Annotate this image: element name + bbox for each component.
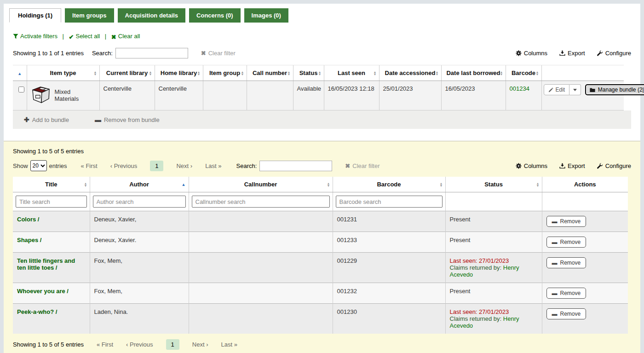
manage-bundle-button[interactable]: Manage bundle (2|3) <box>585 84 644 95</box>
column-header-current-library[interactable]: Current library▲▼ <box>99 65 155 81</box>
column-header-status[interactable]: Status▲▼ <box>445 177 542 192</box>
columns-button[interactable]: Columns <box>516 50 547 57</box>
column-header-actions: Actions <box>542 177 628 192</box>
tab-concerns[interactable]: Concerns (0) <box>189 8 240 23</box>
actions-cell: ▬Remove <box>542 304 628 334</box>
author-filter-cell <box>90 192 189 211</box>
last-page-button[interactable]: Last » <box>221 341 237 348</box>
column-header-item-type[interactable]: Item type▲▼ <box>27 65 99 81</box>
row-checkbox[interactable] <box>18 87 24 93</box>
column-header-status[interactable]: Status▲▼ <box>293 65 324 81</box>
author-search-input[interactable] <box>93 196 186 208</box>
export-button[interactable]: Export <box>559 50 585 57</box>
column-header-title[interactable]: Title▲▼ <box>13 177 90 192</box>
holdings-search-input[interactable] <box>115 48 188 58</box>
column-header-barcode[interactable]: Barcode▲▼ <box>506 65 541 81</box>
columns-button[interactable]: Columns <box>516 162 547 169</box>
edit-dropdown-button[interactable] <box>569 84 581 95</box>
tab-images[interactable]: Images (0) <box>244 8 288 23</box>
configure-button[interactable]: Configure <box>597 50 631 57</box>
remove-button[interactable]: ▬Remove <box>546 216 586 227</box>
remove-from-bundle-button[interactable]: ▬Remove from bundle <box>95 116 160 123</box>
remove-button[interactable]: ▬Remove <box>546 308 586 319</box>
column-header-home-library[interactable]: Home library▲▼ <box>155 65 203 81</box>
actions-cell: ▬Remove <box>542 232 628 253</box>
separator: | <box>105 33 106 40</box>
sort-icon: ▲▼ <box>318 71 322 75</box>
tab-acquisition-details[interactable]: Acquisition details <box>118 8 186 23</box>
column-header-item-group[interactable]: Item group▲▼ <box>203 65 247 81</box>
bundle-clear-filter[interactable]: ✖Clear filter <box>345 162 380 169</box>
bundle-search-input[interactable] <box>259 161 332 171</box>
next-page-button[interactable]: Next › <box>176 162 192 169</box>
holdings-controls: Showing 1 to 1 of 1 entries Search: ✖Cle… <box>4 41 640 64</box>
title-link[interactable]: Whoever you are / <box>17 288 69 295</box>
barcode-filter-cell <box>333 192 445 211</box>
add-to-bundle-button[interactable]: ✚Add to bundle <box>24 116 69 123</box>
title-link[interactable]: Peek-a-who? / <box>17 308 57 315</box>
author-cell: Deneux, Xavier. <box>90 232 189 253</box>
page-size-select[interactable]: 20 <box>30 160 47 171</box>
minus-icon: ▬ <box>552 260 558 266</box>
clear-all-link[interactable]: ✖Clear all <box>111 33 140 40</box>
activate-filters-link[interactable]: Activate filters <box>13 33 58 40</box>
content-panel: Holdings (1) Item groups Acquisition det… <box>4 4 640 353</box>
bundle-panel: Showing 1 to 5 of 5 entries Show 20 entr… <box>4 141 640 353</box>
sort-icon: ▲▼ <box>536 182 540 187</box>
holdings-clear-filter[interactable]: ✖Clear filter <box>201 50 236 57</box>
actions-cell: ▬Remove <box>542 253 628 283</box>
callnumber-cell <box>189 283 333 304</box>
column-header-call-number[interactable]: Call number▲▼ <box>247 65 293 81</box>
barcode-search-input[interactable] <box>336 196 443 208</box>
check-icon: ✔ <box>69 34 74 41</box>
holdings-table: ▲ Item type▲▼ Current library▲▼ Home lib… <box>13 65 624 110</box>
tab-holdings[interactable]: Holdings (1) <box>9 8 61 23</box>
remove-button[interactable]: ▬Remove <box>546 237 586 248</box>
next-page-button[interactable]: Next › <box>192 341 208 348</box>
select-column-header[interactable]: ▲ <box>13 65 27 81</box>
column-header-callnumber[interactable]: Callnumber▲▼ <box>189 177 333 192</box>
barcode-link[interactable]: 001234 <box>510 85 529 92</box>
title-filter-cell <box>13 192 90 211</box>
callnumber-search-input[interactable] <box>192 196 330 208</box>
remove-button[interactable]: ▬Remove <box>546 257 586 268</box>
first-page-button[interactable]: « First <box>97 341 113 348</box>
select-all-link[interactable]: ✔Select all <box>69 33 100 40</box>
column-header-last-seen[interactable]: Last seen▲▼ <box>324 65 379 81</box>
title-link[interactable]: Ten little fingers and ten little toes / <box>17 257 75 271</box>
search-label: Search: <box>92 50 113 57</box>
last-page-button[interactable]: Last » <box>205 162 221 169</box>
home-library-cell: Centerville <box>155 81 203 110</box>
wrench-icon <box>597 163 603 169</box>
configure-button[interactable]: Configure <box>597 162 631 169</box>
status-last-seen: Last seen: 27/01/2023 <box>450 257 538 264</box>
column-header-barcode[interactable]: Barcode▲▼ <box>333 177 445 192</box>
clear-icon: ✖ <box>201 50 206 57</box>
current-page-button[interactable]: 1 <box>150 161 163 171</box>
remove-button[interactable]: ▬Remove <box>546 288 586 299</box>
previous-page-button[interactable]: ‹ Previous <box>126 341 153 348</box>
first-page-button[interactable]: « First <box>81 162 98 169</box>
column-header-date-accessioned[interactable]: Date accessioned▲▼ <box>379 65 441 81</box>
export-button[interactable]: Export <box>559 162 585 169</box>
title-search-input[interactable] <box>16 196 87 208</box>
tab-item-groups[interactable]: Item groups <box>65 8 114 23</box>
sort-icon: ▲▼ <box>327 182 330 187</box>
title-cell: Peek-a-who? / <box>13 304 90 334</box>
bundle-table-tools: Columns Export Configure <box>516 162 631 169</box>
edit-button[interactable]: Edit <box>544 84 570 95</box>
title-link[interactable]: Shapes / <box>17 237 41 243</box>
actions-cell: ▬Remove <box>542 283 628 304</box>
column-header-author[interactable]: Author▲ <box>90 177 189 192</box>
status-cell: Last seen: 27/01/2023 Claims returned by… <box>445 253 542 283</box>
caret-down-icon <box>573 89 577 91</box>
bundle-info-top: Showing 1 to 5 of 5 entries <box>4 141 640 156</box>
filter-links-bar: Activate filters | ✔Select all | ✖Clear … <box>4 23 640 41</box>
gear-icon <box>516 163 522 169</box>
previous-page-button[interactable]: ‹ Previous <box>110 162 138 169</box>
bundle-pagination-top: « First ‹ Previous 1 Next › Last » <box>81 161 222 171</box>
current-page-button[interactable]: 1 <box>166 339 179 350</box>
barcode-cell: 001230 <box>333 304 445 334</box>
column-header-date-last-borrowed[interactable]: Date last borrowed▲▼ <box>441 65 506 81</box>
title-link[interactable]: Colors / <box>17 216 39 223</box>
